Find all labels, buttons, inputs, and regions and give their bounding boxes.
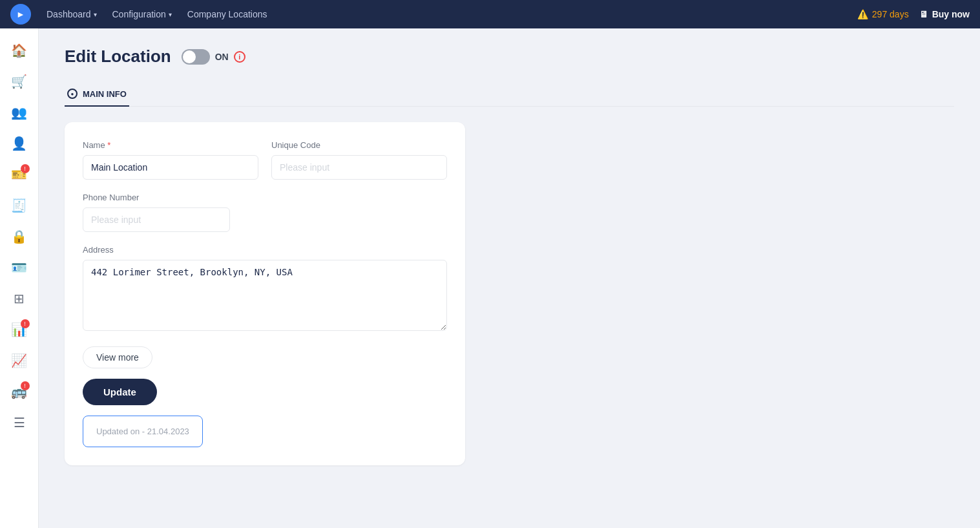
invoice-icon: 🧾 <box>11 198 27 213</box>
update-button[interactable]: Update <box>83 379 157 405</box>
nav-configuration[interactable]: Configuration ▾ <box>112 9 172 19</box>
page-header: Edit Location ON i <box>65 47 954 67</box>
actions-row: View more Update Updated on - 21.04.2023 <box>83 341 447 447</box>
trend-icon: 📈 <box>11 353 27 368</box>
required-marker: * <box>107 140 110 150</box>
main-layout: 🏠 🛒 👥 👤 🎫 ! 🧾 🔒 🪪 ⊞ 📊 ! <box>0 28 980 528</box>
toggle-label: ON <box>215 52 229 62</box>
tab-main-info[interactable]: ● MAIN INFO <box>65 82 129 107</box>
sidebar-item-invoice[interactable]: 🧾 <box>5 191 34 220</box>
nav-dashboard-label: Dashboard <box>47 9 91 19</box>
tabs: ● MAIN INFO <box>65 82 954 107</box>
table-icon: ⊞ <box>14 291 25 306</box>
sidebar-item-chart[interactable]: 📊 ! <box>5 315 34 344</box>
view-more-button[interactable]: View more <box>83 346 152 368</box>
toggle-wrapper: ON i <box>182 49 245 65</box>
address-group: Address 442 Lorimer Street, Brooklyn, NY… <box>83 245 447 331</box>
idcard-icon: 🪪 <box>11 260 27 275</box>
address-label: Address <box>83 245 447 255</box>
sidebar: 🏠 🛒 👥 👤 🎫 ! 🧾 🔒 🪪 ⊞ 📊 ! <box>0 28 39 528</box>
topnav: ► Dashboard ▾ Configuration ▾ Company Lo… <box>0 0 980 28</box>
warning-icon: ⚠️ <box>857 9 868 19</box>
chevron-down-icon: ▾ <box>169 11 172 18</box>
sidebar-item-home[interactable]: 🏠 <box>5 36 34 65</box>
sidebar-item-ticket[interactable]: 🎫 ! <box>5 160 34 189</box>
bus-badge: ! <box>21 381 30 390</box>
ticket-badge: ! <box>21 164 30 173</box>
tab-radio-icon: ● <box>67 89 78 99</box>
people-icon: 👥 <box>11 105 27 120</box>
page-title: Edit Location <box>65 47 171 67</box>
chevron-down-icon: ▾ <box>94 11 97 18</box>
chart-badge: ! <box>21 319 30 328</box>
nav-configuration-label: Configuration <box>112 9 166 19</box>
sidebar-item-idcard[interactable]: 🪪 <box>5 253 34 282</box>
tab-main-info-label: MAIN INFO <box>83 89 127 99</box>
cart-icon: 🛒 <box>11 74 27 89</box>
form-card: Name * Unique Code Phone Number <box>65 122 465 465</box>
phone-input[interactable] <box>83 207 230 232</box>
name-input[interactable] <box>83 155 258 180</box>
monitor-icon: 🖥 <box>919 9 928 19</box>
topnav-right: ⚠️ 297 days 🖥 Buy now <box>857 9 970 19</box>
main-content: Edit Location ON i ● MAIN INFO N <box>39 28 980 528</box>
sidebar-item-lock[interactable]: 🔒 <box>5 222 34 251</box>
trial-days: 297 days <box>872 9 909 19</box>
name-unique-row: Name * Unique Code <box>83 140 447 180</box>
phone-section: Phone Number <box>83 193 447 232</box>
address-textarea[interactable]: 442 Lorimer Street, Brooklyn, NY, USA <box>83 260 447 331</box>
user-icon: 👤 <box>11 136 27 151</box>
unique-code-label: Unique Code <box>271 140 447 150</box>
sidebar-item-menu[interactable]: ☰ <box>5 408 34 437</box>
lock-icon: 🔒 <box>11 229 27 244</box>
nav-dashboard[interactable]: Dashboard ▾ <box>47 9 97 19</box>
toggle-knob <box>183 50 196 63</box>
unique-code-group: Unique Code <box>271 140 447 180</box>
home-icon: 🏠 <box>11 43 27 58</box>
sidebar-item-trend[interactable]: 📈 <box>5 346 34 375</box>
sidebar-item-people[interactable]: 👥 <box>5 98 34 127</box>
sidebar-item-table[interactable]: ⊞ <box>5 284 34 313</box>
sidebar-item-user[interactable]: 👤 <box>5 129 34 158</box>
name-group: Name * <box>83 140 258 180</box>
info-icon[interactable]: i <box>234 51 245 63</box>
status-toggle[interactable] <box>182 49 210 65</box>
phone-label: Phone Number <box>83 193 230 202</box>
app-logo[interactable]: ► <box>10 4 31 25</box>
sidebar-item-bus[interactable]: 🚌 ! <box>5 377 34 406</box>
nav-company-locations[interactable]: Company Locations <box>187 9 267 19</box>
unique-code-input[interactable] <box>271 155 447 180</box>
updated-box: Updated on - 21.04.2023 <box>83 416 203 447</box>
name-label: Name * <box>83 140 258 150</box>
nav-company-locations-label: Company Locations <box>187 9 267 19</box>
phone-group: Phone Number <box>83 193 230 232</box>
buy-now-label: Buy now <box>932 9 970 19</box>
menu-icon: ☰ <box>14 415 25 430</box>
sidebar-item-cart[interactable]: 🛒 <box>5 67 34 96</box>
trial-warning: ⚠️ 297 days <box>857 9 909 19</box>
updated-text: Updated on - 21.04.2023 <box>96 427 189 436</box>
buy-now-button[interactable]: 🖥 Buy now <box>919 9 970 19</box>
